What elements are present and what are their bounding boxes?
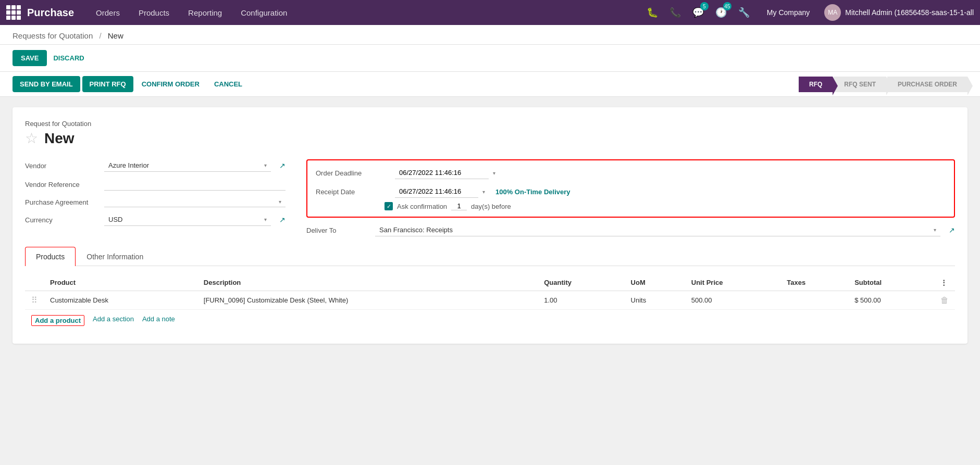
ask-confirmation-days-input[interactable]: [451, 202, 467, 210]
row-description: [FURN_0096] Customizable Desk (Steel, Wh…: [197, 291, 538, 310]
bug-icon[interactable]: 🐛: [644, 4, 661, 21]
table-header: Product Description Quantity UoM Unit Pr…: [25, 274, 955, 291]
row-product[interactable]: Customizable Desk: [44, 291, 197, 310]
col-description: Description: [197, 274, 538, 291]
tab-products[interactable]: Products: [25, 247, 76, 266]
discard-button[interactable]: DISCARD: [51, 50, 86, 66]
vendor-reference-field: Vendor Reference: [25, 178, 286, 191]
row-taxes[interactable]: [780, 291, 848, 310]
deliver-to-label: Deliver To: [306, 227, 369, 234]
settings-icon[interactable]: 🔧: [736, 4, 752, 21]
form-left: Vendor Azure Interior ▾ ↗ Vendor Referen…: [25, 159, 286, 236]
col-handle: [25, 274, 44, 291]
nav-orders[interactable]: Orders: [86, 0, 129, 25]
receipt-date-input[interactable]: [395, 185, 478, 198]
receipt-date-row: ▾: [395, 185, 485, 198]
currency-label: Currency: [25, 216, 98, 224]
record-title: New: [44, 130, 75, 147]
print-rfq-button[interactable]: PRINT RFQ: [82, 76, 133, 92]
activity-icon[interactable]: 🕐 45: [713, 4, 729, 21]
form-fields-row: Vendor Azure Interior ▾ ↗ Vendor Referen…: [25, 159, 955, 236]
form-title-row: ☆ New: [25, 130, 955, 147]
navbar-menu: Orders Products Reporting Configuration: [86, 0, 644, 25]
currency-field: Currency USD ▾ ↗: [25, 213, 286, 226]
deliver-to-external-link-icon[interactable]: ↗: [949, 226, 955, 234]
ontime-delivery-badge: 100% On-Time Delivery: [495, 188, 570, 196]
order-deadline-field: Order Deadline ▾: [316, 167, 946, 179]
send-email-button[interactable]: SEND BY EMAIL: [13, 76, 80, 92]
chat-icon[interactable]: 💬 5: [690, 4, 706, 21]
table-actions: Add a product Add a section Add a note: [25, 310, 955, 331]
row-delete-btn[interactable]: 🗑: [934, 291, 955, 310]
vendor-label: Vendor: [25, 162, 98, 170]
row-handle[interactable]: ⠿: [25, 291, 44, 310]
vendor-select[interactable]: Azure Interior ▾: [104, 159, 271, 172]
status-bar: RFQ RFQ SENT PURCHASE ORDER: [799, 77, 967, 92]
add-product-button[interactable]: Add a product: [31, 315, 84, 326]
user-menu[interactable]: MA Mitchell Admin (16856458-saas-15-1-al…: [824, 4, 974, 21]
vendor-value: Azure Interior: [108, 161, 149, 169]
order-deadline-input[interactable]: [395, 167, 489, 179]
currency-external-link-icon[interactable]: ↗: [279, 216, 286, 224]
vendor-external-link-icon[interactable]: ↗: [279, 161, 286, 170]
col-subtotal: Subtotal: [848, 274, 934, 291]
ask-days-before-label: day(s) before: [471, 203, 511, 210]
order-deadline-dropdown-icon: ▾: [493, 170, 495, 176]
purchase-agreement-dropdown-icon: ▾: [279, 199, 281, 205]
nav-reporting[interactable]: Reporting: [179, 0, 231, 25]
status-rfq[interactable]: RFQ: [799, 77, 833, 92]
nav-configuration[interactable]: Configuration: [231, 0, 296, 25]
toolbar: SEND BY EMAIL PRINT RFQ CONFIRM ORDER CA…: [0, 72, 980, 97]
grid-menu-icon[interactable]: [6, 5, 21, 20]
deliver-to-value: San Francisco: Receipts: [379, 226, 453, 234]
add-note-button[interactable]: Add a note: [142, 315, 175, 326]
breadcrumb: Requests for Quotation / New: [13, 31, 967, 40]
col-uom: UoM: [625, 274, 685, 291]
col-actions-header: ⋮: [934, 274, 955, 291]
ask-confirmation-label: Ask confirmation: [397, 203, 447, 210]
user-name: Mitchell Admin (16856458-saas-15-1-all: [845, 8, 974, 17]
row-quantity[interactable]: 1.00: [538, 291, 624, 310]
chat-badge: 5: [700, 2, 709, 10]
vendor-dropdown-icon: ▾: [264, 162, 267, 168]
vendor-reference-input[interactable]: [104, 178, 286, 191]
ask-confirmation-checkbox[interactable]: [384, 202, 393, 210]
cancel-order-button[interactable]: CANCEL: [208, 76, 249, 92]
row-subtotal: $ 500.00: [848, 291, 934, 310]
user-avatar: MA: [824, 4, 841, 21]
phone-icon[interactable]: 📞: [667, 4, 684, 21]
tab-other-information[interactable]: Other Information: [76, 247, 154, 266]
deliver-to-dropdown-icon: ▾: [934, 227, 936, 233]
col-taxes: Taxes: [780, 274, 848, 291]
order-deadline-date-row: ▾: [395, 167, 495, 179]
currency-select[interactable]: USD ▾: [104, 213, 271, 226]
breadcrumb-bar: Requests for Quotation / New: [0, 25, 980, 45]
add-section-button[interactable]: Add a section: [93, 315, 134, 326]
save-button[interactable]: SAVE: [13, 50, 47, 66]
vendor-reference-label: Vendor Reference: [25, 181, 98, 188]
receipt-date-field: Receipt Date ▾ 100% On-Time Delivery: [316, 185, 946, 198]
action-bar: SAVE DISCARD: [0, 45, 980, 72]
purchase-agreement-select[interactable]: ▾: [104, 197, 286, 207]
favorite-star-icon[interactable]: ☆: [25, 130, 38, 147]
form-card: Request for Quotation ☆ New Vendor Azure…: [13, 107, 967, 344]
confirm-order-button[interactable]: CONFIRM ORDER: [135, 76, 206, 92]
toolbar-left: SEND BY EMAIL PRINT RFQ CONFIRM ORDER CA…: [13, 76, 799, 92]
purchase-agreement-field: Purchase Agreement ▾: [25, 197, 286, 207]
deadline-receipt-highlight-box: Order Deadline ▾ Receipt Date ▾ 1: [306, 159, 955, 218]
status-purchase-order[interactable]: PURCHASE ORDER: [887, 77, 967, 92]
activity-badge: 45: [723, 2, 731, 10]
breadcrumb-parent[interactable]: Requests for Quotation: [13, 31, 93, 40]
breadcrumb-current: New: [108, 31, 123, 40]
navbar-icons: 🐛 📞 💬 5 🕐 45 🔧 My Company MA Mitchell Ad…: [644, 4, 974, 21]
row-unit-price[interactable]: 500.00: [685, 291, 781, 310]
nav-products[interactable]: Products: [129, 0, 179, 25]
form-right: Order Deadline ▾ Receipt Date ▾ 1: [306, 159, 955, 236]
row-uom[interactable]: Units: [625, 291, 685, 310]
currency-dropdown-icon: ▾: [264, 217, 267, 222]
company-name: My Company: [767, 8, 810, 17]
deliver-to-select[interactable]: San Francisco: Receipts ▾: [375, 224, 940, 236]
col-product: Product: [44, 274, 197, 291]
status-rfq-sent[interactable]: RFQ SENT: [834, 77, 886, 92]
main-content: Request for Quotation ☆ New Vendor Azure…: [0, 97, 980, 354]
